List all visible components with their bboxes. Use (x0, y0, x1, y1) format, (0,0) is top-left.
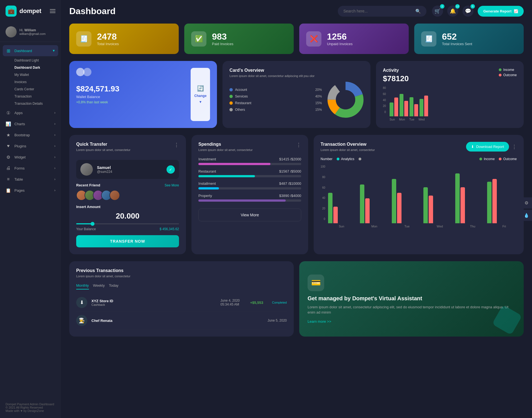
analytics-toggle (359, 158, 361, 160)
message-count: 5 (470, 4, 475, 9)
chevron-right-icon: › (54, 122, 55, 126)
wed-income-tx (423, 187, 428, 223)
charts-icon: 📊 (6, 121, 11, 127)
spending-item-investment: Investment $1415 /$2000 (198, 157, 301, 165)
tab-weekly[interactable]: Weekly (93, 283, 105, 289)
unpaid-invoices-label: Unpaid Invoices (327, 42, 353, 46)
message-badge[interactable]: 💬 5 (462, 6, 474, 17)
card-overview: Card's Overview Lorem ipsum dolor sit am… (222, 61, 370, 128)
hamburger-menu[interactable] (50, 9, 55, 13)
va-learn-more-link[interactable]: Learn more >> (308, 319, 515, 324)
bar-group-sun (390, 98, 398, 116)
chevron-right-icon: › (54, 166, 55, 170)
tue-outcome-bar (414, 104, 418, 116)
tx-tabs: Monthly Weekly Today (76, 283, 287, 289)
sidebar-item-bootstrap[interactable]: ★ Bootstrap › (0, 129, 61, 140)
subnav-transaction-details[interactable]: Transaction Details (14, 100, 61, 107)
sent-invoices-icon: 🧾 (421, 31, 436, 47)
tab-monthly[interactable]: Monthly (76, 283, 89, 289)
tx-overview-menu-icon[interactable]: ⋮ (512, 144, 517, 150)
download-report-button[interactable]: ⬇ Download Report (466, 142, 509, 152)
notification-badge[interactable]: 🔔 12 (447, 6, 458, 17)
stat-card-sent-invoices: 🧾 652 Total Invoices Sent (414, 24, 524, 54)
sidebar-item-table[interactable]: ≡ Table › (0, 174, 61, 185)
wallet-logo (76, 68, 186, 76)
wed-income-bar (420, 99, 423, 116)
avatar (6, 26, 17, 37)
activity-x-labels: Sun Mon Tue Wed (390, 118, 517, 121)
see-more-link[interactable]: See More (165, 183, 179, 187)
subnav-dashboard-light[interactable]: Dashboard Light (14, 57, 61, 64)
user-greeting: Hi, William (19, 28, 45, 32)
footer-year: © 2021 All Rights Reserved (6, 406, 55, 409)
refresh-icon: 🔄 (197, 85, 204, 92)
forms-icon: 🖨 (6, 165, 11, 171)
table-icon: ≡ (6, 176, 11, 182)
transfer-now-button[interactable]: TRANSFER NOW (76, 235, 179, 247)
right-sidebar: ⚙ 💧 (521, 197, 532, 221)
transfer-user-name: Samuel (97, 165, 112, 170)
mon-outcome-bar (404, 101, 408, 116)
wallet-change: +0,8% than last week (76, 100, 186, 104)
stats-row: 🧾 2478 Total Invoices ✅ 983 Paid Invoice… (69, 24, 524, 54)
spendings-menu-icon[interactable]: ⋮ (296, 142, 301, 148)
overview-item-others: Others 15% (229, 106, 322, 113)
wallet-change-button[interactable]: 🔄 Change ▼ (191, 68, 210, 121)
sidebar-item-pages[interactable]: 📋 Pages › (0, 185, 61, 196)
sidebar-item-dashboard[interactable]: ⊞ Dashboard ▼ (3, 45, 58, 56)
previous-transactions-card: Previous Transactions Lorem ipsum dolor … (69, 261, 294, 337)
virtual-assistant-card: 💳 Get managed by Dompet's Virtual Assist… (299, 261, 524, 337)
footer-made-with: Made with ♥ by DesignZone (6, 409, 55, 412)
tx-y-axis: 100 80 60 40 20 0 (321, 165, 325, 220)
sidebar-item-widget[interactable]: ⚙ Widget › (0, 152, 61, 163)
subnav-transaction[interactable]: Transaction (14, 93, 61, 100)
sidebar-item-plugins[interactable]: ♥ Plugins › (0, 140, 61, 152)
tx-bar-group-tue (392, 179, 421, 223)
generate-report-button[interactable]: Generate Report 📈 (478, 6, 524, 17)
transfer-user-handle: @sum224 (97, 170, 112, 174)
spendings-title: Spendings (198, 142, 253, 147)
va-icon: 💳 (308, 275, 324, 291)
settings-button[interactable]: ⚙ (521, 197, 532, 208)
subnav-cards-center[interactable]: Cards Center (14, 86, 61, 93)
card-overview-title: Card's Overview (229, 68, 363, 73)
sidebar-item-label: Plugins (14, 144, 26, 148)
sidebar-item-label: Widget (14, 155, 25, 159)
insert-amount-label: Insert Amount (76, 205, 179, 209)
transfer-slider[interactable] (76, 223, 179, 224)
sidebar-item-apps[interactable]: ① Apps › (0, 107, 61, 118)
tab-today[interactable]: Today (109, 283, 119, 289)
sun-income-tx (328, 193, 332, 223)
others-dot (229, 108, 233, 111)
outcome-legend-dot (499, 74, 502, 76)
sidebar-item-charts[interactable]: 📊 Charts › (0, 118, 61, 129)
subnav-invoices[interactable]: Invoices (14, 78, 61, 86)
quick-transfer-card: Quick Transfer Lorem ipsum dolor sit ame… (69, 135, 186, 254)
notification-count: 12 (455, 4, 460, 9)
sun-outcome-bar (394, 98, 398, 116)
paid-invoices-icon: ✅ (191, 31, 206, 47)
card-overview-subtitle: Lorem ipsum dolor sit amet, consectetur … (229, 74, 363, 78)
tue-income-tx (392, 179, 396, 223)
table-row: 👨‍🍳 Chef Renata June 5, 2020 (76, 312, 287, 330)
prev-tx-title: Previous Transactions (76, 268, 131, 273)
tue-outcome-tx (397, 193, 401, 223)
avatar-image (6, 26, 17, 37)
tx-bar-group-fri (487, 179, 517, 223)
chevron-right-icon: › (54, 188, 55, 192)
bottom-row: Quick Transfer Lorem ipsum dolor sit ame… (69, 135, 524, 254)
shopping-badge[interactable]: 🛒 2 (432, 6, 443, 17)
chevron-right-icon: › (54, 144, 55, 148)
subnav-my-wallet[interactable]: My Wallet (14, 71, 61, 78)
thu-income-tx (455, 173, 460, 223)
subnav-dashboard-dark[interactable]: Dashboard Dark (14, 64, 61, 71)
search-input[interactable] (343, 9, 413, 13)
view-more-button[interactable]: View More (198, 209, 301, 221)
water-drop-button[interactable]: 💧 (521, 210, 532, 221)
sidebar-item-forms[interactable]: 🖨 Forms › (0, 163, 61, 174)
sun-income-bar (390, 102, 393, 116)
slider-fill (76, 223, 92, 224)
sidebar-item-label: Charts (14, 122, 25, 126)
tx-bar-group-wed (423, 187, 453, 223)
quick-transfer-menu-icon[interactable]: ⋮ (174, 142, 179, 148)
